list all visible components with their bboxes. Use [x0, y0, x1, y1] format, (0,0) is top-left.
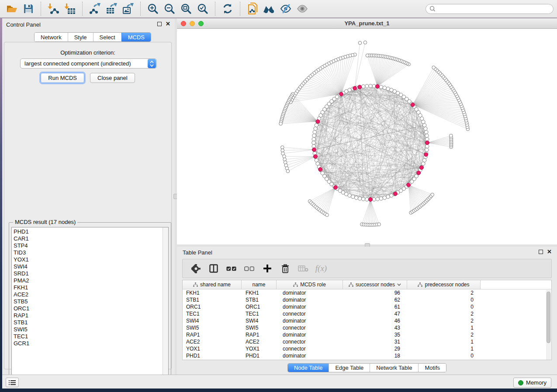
table-cell: YOX1: [183, 345, 242, 352]
table-row[interactable]: TEC1TEC1connector472: [183, 310, 551, 317]
export-table-icon[interactable]: [103, 1, 120, 16]
node-table[interactable]: shared name name MCDS role successor nod…: [182, 280, 552, 360]
select-all-icon[interactable]: [226, 263, 237, 274]
table-cell: dominator: [277, 317, 343, 324]
column-header-shared-name[interactable]: shared name: [183, 280, 242, 289]
mcds-result-title: MCDS result (17 nodes): [13, 219, 77, 225]
column-header-mcds-role[interactable]: MCDS role: [277, 280, 343, 289]
memory-label: Memory: [526, 379, 547, 386]
tab-select[interactable]: Select: [93, 33, 121, 41]
table-row[interactable]: FKH1FKH1dominator962: [183, 289, 551, 296]
export-network-icon[interactable]: [86, 1, 103, 16]
task-history-button[interactable]: [6, 378, 19, 387]
delete-columns-icon[interactable]: [280, 263, 291, 274]
list-item[interactable]: GCR1: [14, 340, 29, 347]
table-row[interactable]: ACE2ACE2connector311: [183, 338, 551, 345]
tab-network-table[interactable]: Network Table: [370, 364, 418, 372]
list-item[interactable]: STB1: [14, 319, 29, 326]
toolbar-separator: [82, 2, 83, 16]
table-cell: 1: [407, 338, 481, 345]
first-neighbors-icon[interactable]: [261, 1, 277, 16]
list-item[interactable]: TID3: [14, 249, 29, 256]
list-item[interactable]: TEC1: [14, 333, 29, 340]
function-builder-icon[interactable]: f(x): [316, 263, 326, 274]
table-mode-icon[interactable]: [190, 263, 201, 274]
search-input[interactable]: [438, 6, 550, 12]
column-header-name[interactable]: name: [242, 280, 277, 289]
list-item[interactable]: FKH1: [14, 284, 29, 291]
network-window-titlebar[interactable]: YPA_prune.txt_1: [177, 18, 557, 29]
float-panel-icon[interactable]: [157, 22, 162, 26]
apply-layout-icon[interactable]: [219, 1, 236, 16]
zoom-in-icon[interactable]: [145, 1, 161, 16]
table-scrollbar-thumb[interactable]: [547, 292, 550, 343]
mcds-result-list[interactable]: PHD1CAR1STP4TID3YOX1SWI4SRD1PMA2FKH1ACE2…: [11, 227, 169, 383]
table-row[interactable]: ORC1ORC1dominator610: [183, 303, 551, 310]
new-column-icon[interactable]: [262, 263, 273, 274]
network-canvas[interactable]: [177, 29, 557, 244]
list-item[interactable]: CAR1: [14, 235, 29, 242]
tab-network[interactable]: Network: [35, 33, 68, 41]
import-table-icon[interactable]: [62, 1, 78, 16]
table-cell: SWI4: [242, 317, 277, 324]
table-cell: TEC1: [183, 310, 242, 317]
column-header-predecessor-nodes[interactable]: predecessor nodes: [407, 280, 481, 289]
column-header-successor-nodes[interactable]: successor nodes: [343, 280, 407, 289]
table-row[interactable]: SWI5SWI5connector431: [183, 324, 551, 331]
list-scrollbar[interactable]: [163, 227, 168, 383]
list-item[interactable]: STB5: [14, 298, 29, 305]
tab-style[interactable]: Style: [68, 33, 93, 41]
list-item[interactable]: YOX1: [14, 256, 29, 263]
table-cell: 35: [343, 331, 407, 338]
hide-selected-icon[interactable]: [277, 1, 294, 16]
zoom-fit-icon[interactable]: [178, 1, 194, 16]
table-row[interactable]: PHD1PHD1dominator180: [183, 352, 551, 359]
tab-node-table[interactable]: Node Table: [288, 364, 329, 372]
list-item[interactable]: ORC1: [14, 305, 29, 312]
list-item[interactable]: STP4: [14, 242, 29, 249]
table-row[interactable]: RAP1RAP1dominator352: [183, 331, 551, 338]
network-from-selection-icon[interactable]: [244, 1, 261, 16]
table-cell: 31: [343, 338, 407, 345]
search-box[interactable]: [426, 4, 554, 14]
open-file-icon[interactable]: [3, 1, 20, 16]
memory-button[interactable]: Memory: [513, 378, 551, 388]
list-item[interactable]: ACE2: [14, 291, 29, 298]
list-item[interactable]: RAP1: [14, 312, 29, 319]
delete-table-icon[interactable]: [298, 263, 308, 274]
mcds-result-group: MCDS result (17 nodes) PHD1CAR1STP4TID3Y…: [9, 222, 171, 386]
criterion-select[interactable]: largest connected component (undirected): [20, 58, 157, 69]
clear-selection-icon[interactable]: [244, 263, 255, 274]
table-scrollbar[interactable]: [546, 290, 551, 360]
select-stepper-icon: [148, 59, 156, 68]
show-columns-icon[interactable]: [208, 263, 219, 274]
close-panel-button[interactable]: Close panel: [90, 73, 135, 83]
float-panel-icon[interactable]: [539, 250, 543, 254]
save-session-icon[interactable]: [20, 1, 37, 16]
network-window-title: YPA_prune.txt_1: [177, 20, 557, 27]
list-item[interactable]: SRD1: [14, 270, 29, 277]
list-item[interactable]: PMA2: [14, 277, 29, 284]
tab-mcds[interactable]: MCDS: [121, 33, 151, 41]
table-row[interactable]: SWI4SWI4dominator462: [183, 317, 551, 324]
import-network-icon[interactable]: [45, 1, 62, 16]
close-panel-icon[interactable]: ✕: [166, 22, 170, 26]
tab-motifs[interactable]: Motifs: [418, 364, 446, 372]
table-cell: 61: [343, 303, 407, 310]
control-panel-tabs: Network Style Select MCDS: [34, 32, 151, 42]
table-cell: SWI5: [183, 324, 242, 331]
zoom-selected-icon[interactable]: [194, 1, 211, 16]
zoom-out-icon[interactable]: [161, 1, 178, 16]
list-item[interactable]: SWI5: [14, 326, 29, 333]
table-cell: FKH1: [242, 289, 277, 296]
table-row[interactable]: STB1STB1dominator620: [183, 296, 551, 303]
table-cell: RAP1: [242, 331, 277, 338]
tab-edge-table[interactable]: Edge Table: [329, 364, 370, 372]
show-all-icon[interactable]: [294, 1, 311, 16]
run-mcds-button[interactable]: Run MCDS: [41, 73, 84, 83]
list-item[interactable]: PHD1: [14, 228, 29, 235]
table-row[interactable]: YOX1YOX1connector291: [183, 345, 551, 352]
close-panel-icon[interactable]: ✕: [547, 250, 552, 254]
list-item[interactable]: SWI4: [14, 263, 29, 270]
export-image-icon[interactable]: [120, 1, 136, 16]
